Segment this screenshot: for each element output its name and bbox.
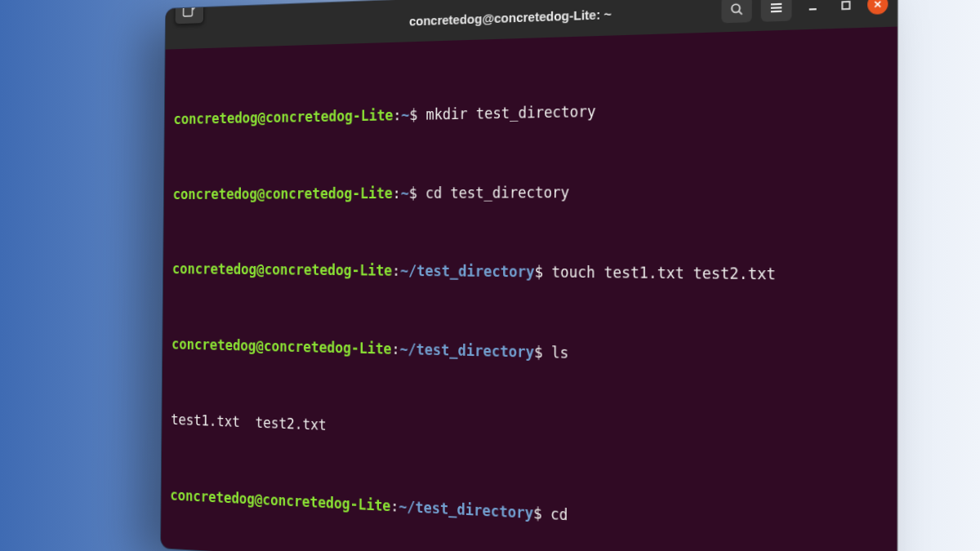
close-button[interactable]: [867, 0, 888, 15]
prompt-sep: :: [393, 106, 401, 123]
command-text: touch test1.txt test2.txt: [543, 264, 776, 283]
svg-line-4: [739, 11, 742, 15]
terminal-line: concretedog@concretedog-Lite:~$ mkdir te…: [173, 96, 885, 128]
search-button[interactable]: [721, 0, 751, 23]
prompt-path: ~: [401, 184, 409, 202]
terminal-window: concretedog@concretedog-Lite: ~: [161, 0, 898, 551]
prompt-host: concretedog-Lite: [265, 184, 392, 202]
hamburger-icon: [769, 2, 784, 15]
svg-point-3: [732, 4, 740, 12]
command-text: ls: [542, 344, 568, 362]
maximize-icon: [840, 0, 852, 11]
svg-rect-9: [842, 2, 849, 9]
window-controls: [721, 0, 888, 32]
menu-button[interactable]: [761, 0, 792, 22]
new-tab-button[interactable]: [175, 0, 205, 24]
prompt-sigil: $: [534, 344, 543, 362]
prompt-at: @: [255, 491, 263, 508]
terminal-line: concretedog@concretedog-Lite:~$ cd test_…: [173, 180, 886, 204]
prompt-host: concretedog-Lite: [262, 491, 390, 514]
prompt-path: ~: [401, 106, 409, 123]
window-title: concretedog@concretedog-Lite: ~: [409, 6, 612, 28]
terminal-line: concretedog@concretedog-Lite:~/test_dire…: [172, 335, 886, 371]
svg-rect-0: [184, 7, 193, 16]
prompt-user: concretedog: [173, 109, 257, 127]
prompt-at: @: [256, 261, 265, 278]
prompt-at: @: [257, 185, 265, 202]
prompt-sep: :: [392, 262, 400, 279]
prompt-path: ~/test_directory: [400, 262, 534, 281]
maximize-button[interactable]: [834, 0, 858, 18]
prompt-sep: :: [391, 340, 399, 358]
minimize-button[interactable]: [801, 0, 825, 19]
terminal-line: concretedog@concretedog-Lite:~/test_dire…: [172, 260, 886, 286]
terminal-body[interactable]: concretedog@concretedog-Lite:~$ mkdir te…: [161, 27, 898, 551]
new-tab-icon: [183, 4, 196, 18]
prompt-sep: :: [393, 184, 401, 202]
prompt-at: @: [256, 338, 264, 355]
prompt-sep: :: [390, 497, 399, 514]
search-icon: [729, 2, 744, 16]
prompt-host: concretedog-Lite: [265, 107, 393, 126]
prompt-host: concretedog-Lite: [265, 261, 393, 279]
command-text: cd: [542, 504, 568, 523]
prompt-sigil: $: [409, 184, 417, 202]
desktop-background: concretedog@concretedog-Lite: ~: [0, 0, 980, 551]
prompt-user: concretedog: [172, 335, 256, 354]
command-text: cd test_directory: [417, 183, 569, 201]
prompt-path: ~/test_directory: [399, 497, 533, 521]
prompt-sigil: $: [534, 264, 543, 281]
close-icon: [873, 0, 882, 9]
prompt-user: concretedog: [173, 185, 257, 202]
prompt-user: concretedog: [172, 260, 256, 278]
command-text: mkdir test_directory: [417, 103, 595, 123]
prompt-at: @: [258, 109, 266, 126]
prompt-host: concretedog-Lite: [264, 338, 392, 358]
prompt-path: ~/test_directory: [400, 340, 535, 361]
prompt-sigil: $: [533, 504, 542, 522]
prompt-sigil: $: [409, 106, 417, 123]
terminal-output: test1.txt test2.txt: [171, 411, 885, 456]
minimize-icon: [808, 1, 818, 12]
terminal-line: concretedog@concretedog-Lite:~/test_dire…: [170, 486, 885, 542]
prompt-user: concretedog: [170, 487, 255, 507]
